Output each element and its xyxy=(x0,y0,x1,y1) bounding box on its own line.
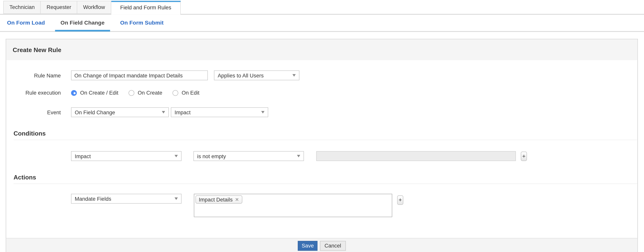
rule-name-input[interactable] xyxy=(71,70,208,80)
tab-workflow[interactable]: Workflow xyxy=(78,1,111,14)
condition-row: Impact is not empty + xyxy=(71,151,637,161)
chip-remove-icon[interactable]: ✕ xyxy=(235,197,239,202)
dropdown-caret-icon xyxy=(261,111,264,114)
condition-operator-select[interactable]: is not empty xyxy=(193,151,304,161)
tab-field-and-form-rules[interactable]: Field and Form Rules xyxy=(111,1,181,15)
radio-unselected-icon xyxy=(129,90,134,96)
panel-body: Rule Name Applies to All Users Rule exec… xyxy=(6,70,638,238)
condition-field-select[interactable]: Impact xyxy=(71,151,182,161)
panel-title: Create New Rule xyxy=(13,46,62,53)
rule-name-label: Rule Name xyxy=(6,72,61,79)
radio-on-edit[interactable]: On Edit xyxy=(173,90,200,96)
condition-operator-value: is not empty xyxy=(197,153,226,159)
selected-field-chip: Impact Details ✕ xyxy=(196,195,242,204)
conditions-divider xyxy=(14,140,637,140)
radio-on-create[interactable]: On Create xyxy=(129,90,162,96)
applies-to-select[interactable]: Applies to All Users xyxy=(214,70,299,80)
rule-execution-row: Rule execution On Create / Edit On Creat… xyxy=(6,90,638,96)
subtab-on-form-load[interactable]: On Form Load xyxy=(7,14,45,31)
radio-selected-icon xyxy=(71,90,77,96)
event-row: Event On Field Change Impact xyxy=(6,107,638,117)
event-label: Event xyxy=(6,109,61,116)
radio-label: On Create / Edit xyxy=(80,90,118,96)
cancel-button[interactable]: Cancel xyxy=(320,241,346,251)
dropdown-caret-icon xyxy=(292,74,296,77)
save-button[interactable]: Save xyxy=(298,241,318,251)
radio-label: On Create xyxy=(138,90,162,96)
event-type-value: On Field Change xyxy=(75,109,115,116)
conditions-heading: Conditions xyxy=(14,130,637,137)
add-action-button[interactable]: + xyxy=(397,195,403,205)
radio-unselected-icon xyxy=(173,90,178,96)
dropdown-caret-icon xyxy=(174,197,178,200)
event-field-select[interactable]: Impact xyxy=(171,107,268,117)
action-type-value: Mandate Fields xyxy=(75,196,111,202)
chip-label: Impact Details xyxy=(199,196,233,203)
main-tab-bar: Technician Requester Workflow Field and … xyxy=(0,1,644,15)
action-type-select[interactable]: Mandate Fields xyxy=(71,194,182,203)
actions-heading: Actions xyxy=(14,174,637,181)
radio-label: On Edit xyxy=(182,90,200,96)
dropdown-caret-icon xyxy=(174,155,178,157)
radio-on-create-edit[interactable]: On Create / Edit xyxy=(71,90,118,96)
event-field-value: Impact xyxy=(174,109,190,116)
subtab-on-form-submit[interactable]: On Form Submit xyxy=(120,14,164,31)
dropdown-caret-icon xyxy=(162,111,165,114)
panel-footer: Save Cancel xyxy=(6,238,638,252)
dropdown-caret-icon xyxy=(297,155,300,157)
action-row: Mandate Fields Impact Details ✕ + xyxy=(71,194,637,217)
panel-header: Create New Rule xyxy=(6,39,638,60)
rule-execution-label: Rule execution xyxy=(6,90,61,96)
tab-technician[interactable]: Technician xyxy=(3,1,41,14)
add-condition-button[interactable]: + xyxy=(521,151,527,161)
mandate-fields-multiselect[interactable]: Impact Details ✕ xyxy=(194,194,392,217)
subtab-on-field-change[interactable]: On Field Change xyxy=(60,14,104,31)
condition-value-input xyxy=(316,151,516,161)
condition-field-value: Impact xyxy=(75,153,91,159)
applies-to-value: Applies to All Users xyxy=(218,72,264,79)
rule-execution-radio-group: On Create / Edit On Create On Edit xyxy=(71,90,210,96)
actions-divider xyxy=(14,184,637,184)
tab-requester[interactable]: Requester xyxy=(41,1,78,14)
event-type-select[interactable]: On Field Change xyxy=(71,107,169,117)
rule-name-row: Rule Name Applies to All Users xyxy=(6,70,638,80)
rules-subtab-bar: On Form Load On Field Change On Form Sub… xyxy=(0,15,644,32)
create-new-rule-panel: Create New Rule Rule Name Applies to All… xyxy=(6,39,638,252)
page: Technician Requester Workflow Field and … xyxy=(0,1,644,252)
